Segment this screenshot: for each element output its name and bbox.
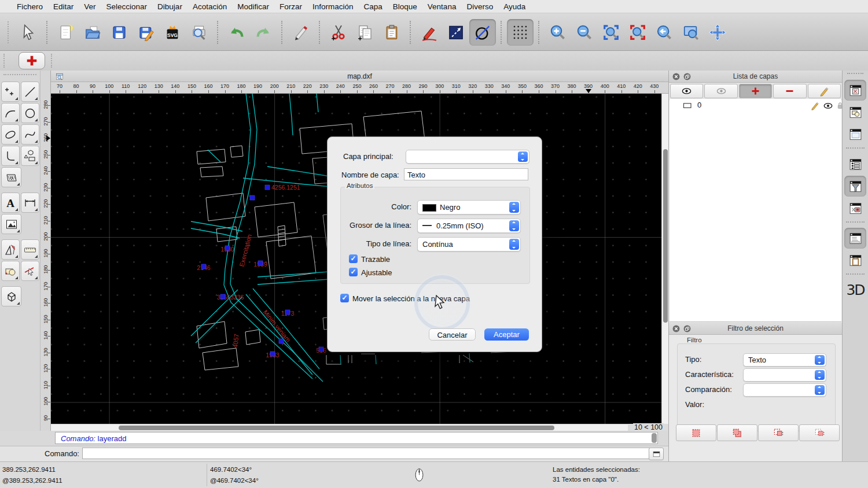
hatch-tool-button[interactable] xyxy=(1,167,21,187)
points-tool-button[interactable] xyxy=(1,82,20,102)
eye-gray-button[interactable] xyxy=(704,84,737,98)
edit-polyline-button[interactable] xyxy=(443,19,469,46)
circle-line-button[interactable] xyxy=(469,19,496,46)
color-dropdown[interactable]: Negro xyxy=(417,200,521,215)
clipboard-panel-dock-button[interactable] xyxy=(844,250,866,271)
arc-tool-button[interactable] xyxy=(1,103,20,123)
vertical-scrollbar-thumb[interactable] xyxy=(663,149,668,323)
layer-list-dock-button[interactable] xyxy=(844,80,866,101)
print-preview-button[interactable] xyxy=(186,19,212,46)
grid-button[interactable] xyxy=(507,19,534,46)
copy-button[interactable] xyxy=(352,19,378,46)
folder-open-button[interactable] xyxy=(79,19,106,46)
select-line-tool-button[interactable] xyxy=(21,261,39,281)
menu-ayuda[interactable]: Ayuda xyxy=(498,2,531,11)
selected-entity-marker[interactable] xyxy=(319,347,323,352)
plus-red-button[interactable] xyxy=(739,84,772,98)
selected-entity-marker[interactable] xyxy=(201,264,206,269)
zoom-in-button[interactable] xyxy=(545,19,571,46)
canvas-horizontal-scrollbar[interactable] xyxy=(51,424,628,431)
menu-forzar[interactable]: Forzar xyxy=(274,2,307,11)
library-browser-dock-button[interactable] xyxy=(844,124,866,145)
layer-list[interactable]: 0 xyxy=(670,99,841,322)
menu-fichero[interactable]: Fichero xyxy=(12,2,48,11)
zoom-previous-button[interactable] xyxy=(651,19,678,46)
selected-entity-marker[interactable] xyxy=(250,195,255,200)
selected-entity-marker[interactable] xyxy=(258,261,263,265)
circle-tool-button[interactable] xyxy=(21,103,39,123)
paste-button[interactable] xyxy=(378,19,405,46)
pen-settings-dock-button[interactable] xyxy=(844,198,866,219)
svg-export-button[interactable]: SVG xyxy=(159,19,186,46)
zoom-select-button[interactable] xyxy=(624,19,651,46)
selected-entity-marker[interactable] xyxy=(225,246,230,250)
sel-add-button[interactable] xyxy=(717,424,757,441)
image-tool-button[interactable] xyxy=(1,214,21,234)
cut-button[interactable] xyxy=(325,19,352,46)
shapes-tool-button[interactable] xyxy=(21,146,39,166)
spline-tool-button[interactable] xyxy=(21,124,39,145)
lineweight-dropdown[interactable]: 0.25mm (ISO) xyxy=(417,219,521,233)
menu-diverso[interactable]: Diverso xyxy=(461,2,498,11)
eye-icon[interactable] xyxy=(823,101,833,113)
3d-dock-label[interactable]: 3D xyxy=(843,282,868,298)
blocks-tool-button[interactable] xyxy=(1,261,20,281)
zoom-window-button[interactable] xyxy=(678,19,704,46)
save-button[interactable] xyxy=(106,19,133,46)
zoom-auto-button[interactable] xyxy=(598,19,624,46)
minus-red-button[interactable] xyxy=(773,84,806,98)
menu-informacin[interactable]: Información xyxy=(307,2,359,11)
pencil-sm-icon[interactable] xyxy=(810,101,820,113)
redo-button[interactable] xyxy=(250,19,277,46)
selection-filter-dock-button[interactable] xyxy=(844,176,866,197)
layer-row[interactable]: 0 xyxy=(670,99,841,112)
save-as-button[interactable] xyxy=(133,19,159,46)
selected-entity-marker[interactable] xyxy=(279,339,284,343)
box3d-tool-button[interactable] xyxy=(1,286,21,306)
parent-layer-dropdown[interactable] xyxy=(406,150,529,164)
linetype-dropdown[interactable]: Contínua xyxy=(417,237,521,252)
menu-modificar[interactable]: Modificar xyxy=(232,2,274,11)
menu-bloque[interactable]: Bloque xyxy=(388,2,422,11)
block-list-dock-button[interactable] xyxy=(844,102,866,123)
menu-capa[interactable]: Capa xyxy=(359,2,388,11)
filter-feature-dropdown[interactable] xyxy=(743,368,826,382)
sel-remove-button[interactable] xyxy=(758,424,799,441)
plottable-checkbox[interactable] xyxy=(349,254,358,263)
selected-entity-marker[interactable] xyxy=(285,310,290,315)
line-tool-button[interactable] xyxy=(21,82,39,102)
filter-type-dropdown[interactable]: Texto xyxy=(743,353,826,367)
view-list-dock-button[interactable] xyxy=(844,154,866,175)
command-input-field[interactable] xyxy=(82,448,650,459)
file-new-button[interactable] xyxy=(53,19,79,46)
menu-editar[interactable]: Editar xyxy=(48,2,79,11)
command-history-dock-button[interactable] xyxy=(844,228,866,249)
text-tool-button[interactable]: A xyxy=(1,193,20,213)
menu-dibujar[interactable]: Dibujar xyxy=(152,2,187,11)
menu-ver[interactable]: Ver xyxy=(79,2,101,11)
command-history-field[interactable]: Comando: layeradd xyxy=(55,432,658,444)
sel-all-button[interactable] xyxy=(676,424,716,441)
selected-entity-marker[interactable] xyxy=(265,185,270,190)
ellipse-tool-button[interactable] xyxy=(1,124,20,145)
command-window-toggle-button[interactable] xyxy=(649,448,664,460)
dimension-tool-button[interactable] xyxy=(21,193,39,213)
menu-acotacin[interactable]: Acotación xyxy=(187,2,232,11)
menu-ventana[interactable]: Ventana xyxy=(422,2,462,11)
selected-entity-marker[interactable] xyxy=(220,294,225,299)
menu-seleccionar[interactable]: Seleccionar xyxy=(101,2,153,11)
accept-button[interactable]: Aceptar xyxy=(484,328,529,341)
eye-button[interactable] xyxy=(670,84,703,98)
measure-tool-button[interactable] xyxy=(21,239,39,260)
pencil-sm-button[interactable] xyxy=(808,84,841,98)
erase-button[interactable] xyxy=(288,19,314,46)
snappable-checkbox[interactable] xyxy=(349,268,358,276)
sel-invert-button[interactable] xyxy=(799,424,840,441)
horizontal-scrollbar-thumb[interactable] xyxy=(119,426,554,430)
drafting-tool-button[interactable] xyxy=(1,239,20,260)
undo-button[interactable] xyxy=(223,19,250,46)
cursor-button[interactable] xyxy=(15,19,42,46)
pan-button[interactable] xyxy=(704,19,731,46)
layer-name-input[interactable]: Texto xyxy=(404,168,528,180)
zoom-out-button[interactable] xyxy=(571,19,598,46)
